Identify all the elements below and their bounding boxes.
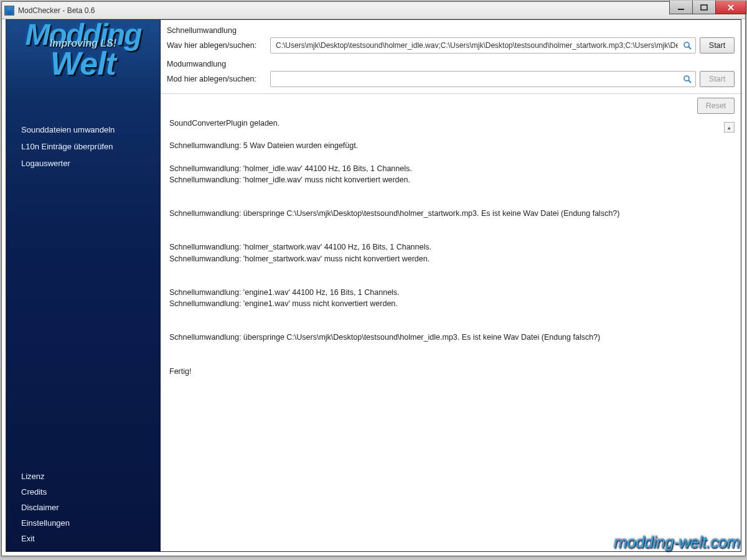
sidebar-item-lizenz[interactable]: Lizenz: [6, 469, 160, 484]
log-line: [169, 309, 732, 320]
log-line: Fertig!: [169, 366, 732, 377]
svg-point-2: [684, 42, 689, 47]
client-area: Modding Improving LS! Welt Sounddateien …: [6, 19, 741, 552]
mod-input[interactable]: [271, 72, 695, 86]
log-line: Schnellumwandlung: 'engine1.wav' 44100 H…: [169, 287, 732, 298]
quick-start-button[interactable]: Start: [700, 37, 735, 54]
log-line: [169, 355, 732, 366]
titlebar[interactable]: ModChecker - Beta 0.6: [2, 2, 745, 19]
quick-search-box[interactable]: [270, 37, 696, 54]
logo-line2: Welt: [6, 50, 160, 77]
nav-top: Sounddateien umwandeln L10n Einträge übe…: [6, 121, 160, 172]
sidebar-item-exit[interactable]: Exit: [6, 531, 160, 546]
log-line: [169, 264, 732, 276]
search-icon[interactable]: [682, 40, 693, 51]
quick-wav-input[interactable]: [271, 38, 695, 53]
log-line: Schnellumwandlung: 'holmer_idle.wav' 441…: [169, 163, 732, 174]
mod-group-label: Modumwandlung: [167, 60, 735, 68]
sidebar: Modding Improving LS! Welt Sounddateien …: [6, 20, 161, 551]
sidebar-item-logauswerter[interactable]: Logauswerter: [6, 155, 160, 172]
mod-field-label: Mod hier ablegen/suchen:: [167, 75, 266, 83]
mod-start-button[interactable]: Start: [700, 71, 735, 87]
app-window: ModChecker - Beta 0.6 Modding Improving …: [1, 1, 746, 556]
svg-line-5: [688, 80, 691, 83]
sidebar-item-label: Exit: [21, 534, 35, 543]
sidebar-item-label: Logauswerter: [21, 159, 70, 168]
log-line: [169, 343, 732, 355]
sidebar-item-label: Lizenz: [21, 472, 45, 481]
form-area: Schnellumwandlung Wav hier ablegen/suche…: [161, 20, 741, 94]
quick-group-label: Schnellumwandlung: [167, 26, 735, 35]
minimize-icon: [677, 4, 685, 11]
log-output[interactable]: SoundConverterPlugin geladen. Schnellumw…: [161, 118, 741, 551]
sidebar-item-label: Credits: [21, 487, 47, 497]
log-line: Schnellumwandlung: 'holmer_startwork.wav…: [169, 241, 732, 253]
svg-line-3: [688, 47, 691, 49]
log-line: Schnellumwandlung: 5 Wav Dateien wurden …: [169, 140, 732, 151]
log-line: Schnellumwandlung: überspringe C:\Users\…: [169, 208, 732, 219]
quick-field-label: Wav hier ablegen/suchen:: [167, 41, 266, 50]
sidebar-item-label: Einstellungen: [21, 518, 70, 528]
log-line: Schnellumwandlung: überspringe C:\Users\…: [169, 332, 732, 343]
search-icon[interactable]: [682, 73, 693, 85]
log-line: [169, 219, 732, 230]
minimize-button[interactable]: [669, 1, 693, 14]
logo: Modding Improving LS! Welt: [6, 20, 160, 90]
log-line: [169, 320, 732, 332]
svg-point-4: [684, 76, 689, 81]
close-button[interactable]: [715, 1, 746, 14]
sidebar-item-label: L10n Einträge überprüfen: [21, 142, 113, 151]
log-line: Schnellumwandlung: 'holmer_startwork.wav…: [169, 253, 732, 264]
log-line: [169, 129, 732, 140]
main-panel: Schnellumwandlung Wav hier ablegen/suche…: [161, 20, 741, 551]
maximize-icon: [700, 4, 708, 11]
logo-text: Modding Improving LS! Welt: [6, 22, 160, 78]
sidebar-item-credits[interactable]: Credits: [6, 484, 160, 500]
mod-search-box[interactable]: [270, 71, 696, 87]
log-line: [169, 151, 732, 162]
svg-rect-1: [701, 5, 707, 10]
sidebar-item-l10n[interactable]: L10n Einträge überprüfen: [6, 138, 160, 155]
reset-button[interactable]: Reset: [697, 98, 735, 114]
sidebar-item-einstellungen[interactable]: Einstellungen: [6, 515, 160, 531]
log-line: [169, 185, 732, 197]
reset-row: Reset: [161, 94, 741, 118]
quick-input-row: Wav hier ablegen/suchen: Start: [167, 37, 735, 54]
sidebar-item-sounddateien[interactable]: Sounddateien umwandeln: [6, 121, 160, 138]
window-title: ModChecker - Beta 0.6: [18, 6, 743, 15]
log-line: [169, 230, 732, 241]
svg-rect-0: [678, 9, 684, 10]
sidebar-item-label: Disclaimer: [21, 503, 59, 512]
close-icon: [727, 4, 735, 11]
log-line: SoundConverterPlugin geladen.: [169, 118, 732, 129]
window-buttons: [670, 1, 746, 14]
sidebar-item-disclaimer[interactable]: Disclaimer: [6, 500, 160, 515]
log-line: Schnellumwandlung: 'holmer_idle.wav' mus…: [169, 174, 732, 185]
nav-bottom: Lizenz Credits Disclaimer Einstellungen …: [6, 469, 160, 551]
mod-input-row: Mod hier ablegen/suchen: Start: [167, 71, 735, 87]
app-icon: [4, 6, 14, 16]
maximize-button[interactable]: [692, 1, 716, 14]
log-line: [169, 197, 732, 208]
log-line: Schnellumwandlung: 'engine1.wav' muss ni…: [169, 298, 732, 309]
log-line: [169, 276, 732, 287]
sidebar-item-label: Sounddateien umwandeln: [21, 125, 115, 134]
